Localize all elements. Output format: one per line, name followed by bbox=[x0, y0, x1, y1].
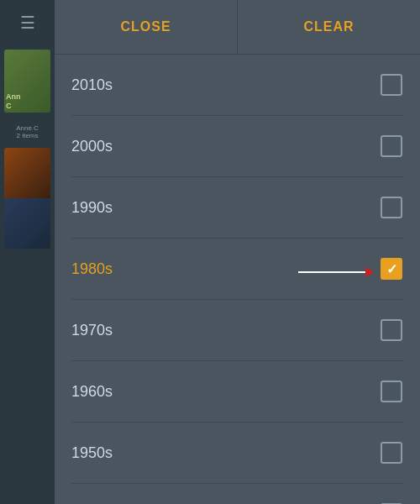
filter-item-2010s[interactable]: 2010s bbox=[71, 55, 403, 116]
checkbox-1950s[interactable] bbox=[381, 442, 402, 464]
menu-icon[interactable]: ☰ bbox=[20, 13, 35, 33]
checkbox-wrapper-2010s bbox=[380, 73, 403, 97]
filter-label-1960s: 1960s bbox=[71, 383, 113, 401]
filter-item-2000s[interactable]: 2000s bbox=[71, 116, 403, 177]
checkbox-2000s[interactable] bbox=[381, 135, 402, 157]
checkbox-wrapper-1970s bbox=[380, 318, 403, 342]
main-panel: CLOSE CLEAR 2010s2000s1990s1980s1970s196… bbox=[55, 0, 420, 504]
filter-item-1940s[interactable]: 1940s bbox=[71, 484, 403, 504]
checkbox-1970s[interactable] bbox=[381, 319, 402, 341]
checkbox-wrapper-1960s bbox=[380, 380, 403, 403]
sidebar-cover-1[interactable]: AnnC bbox=[4, 50, 50, 113]
checkbox-wrapper-1980s bbox=[380, 257, 403, 281]
filter-item-1960s[interactable]: 1960s bbox=[71, 361, 403, 423]
clear-button[interactable]: CLEAR bbox=[238, 0, 420, 54]
filter-item-1950s[interactable]: 1950s bbox=[71, 423, 403, 484]
filter-item-1970s[interactable]: 1970s bbox=[71, 300, 403, 361]
filter-label-1990s: 1990s bbox=[71, 199, 113, 217]
close-button[interactable]: CLOSE bbox=[55, 0, 238, 54]
checkbox-2010s[interactable] bbox=[381, 74, 402, 96]
filter-header: CLOSE CLEAR bbox=[55, 0, 420, 55]
filter-item-1990s[interactable]: 1990s bbox=[71, 177, 403, 239]
filter-item-1980s[interactable]: 1980s bbox=[71, 239, 403, 300]
filter-list: 2010s2000s1990s1980s1970s1960s1950s1940s bbox=[55, 55, 420, 504]
checkbox-1960s[interactable] bbox=[381, 381, 402, 402]
filter-label-2010s: 2010s bbox=[71, 76, 113, 94]
sidebar-item-label: Anne C 2 items bbox=[16, 124, 39, 139]
sidebar-cover-text: AnnC bbox=[4, 91, 50, 113]
filter-label-1970s: 1970s bbox=[71, 322, 113, 339]
sidebar: ☰ AnnC Anne C 2 items bbox=[0, 0, 55, 504]
filter-label-1950s: 1950s bbox=[71, 444, 113, 462]
checkbox-wrapper-1990s bbox=[380, 196, 403, 219]
checkbox-wrapper-2000s bbox=[380, 134, 403, 158]
filter-label-2000s: 2000s bbox=[71, 138, 113, 155]
sidebar-cover-2[interactable] bbox=[4, 148, 50, 249]
checkbox-wrapper-1950s bbox=[380, 441, 403, 465]
checkbox-1980s[interactable] bbox=[381, 258, 402, 280]
checkbox-1990s[interactable] bbox=[381, 197, 402, 218]
filter-label-1980s: 1980s bbox=[71, 260, 113, 278]
